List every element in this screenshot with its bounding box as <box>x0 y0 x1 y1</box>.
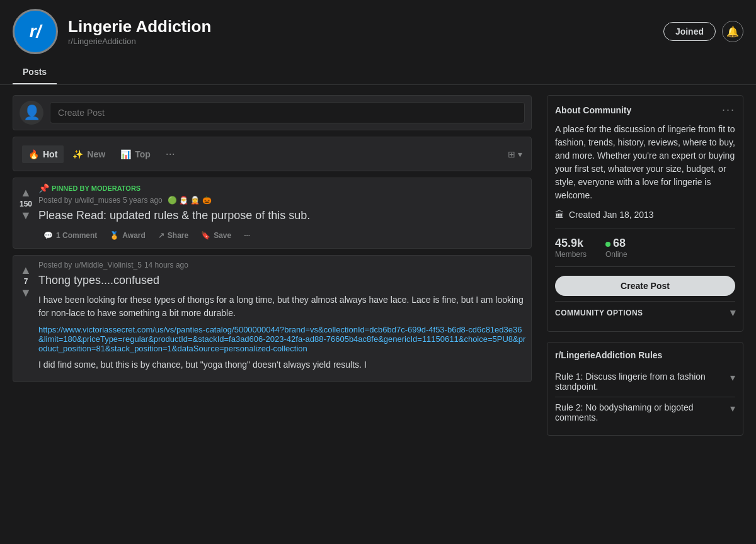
online-dot <box>605 242 610 247</box>
avatar: 👤 <box>20 101 43 125</box>
sort-top-button[interactable]: 📊 Top <box>114 145 157 163</box>
community-options-toggle[interactable]: COMMUNITY OPTIONS ▾ <box>555 301 735 324</box>
about-description: A place for the discussion of lingerie f… <box>555 123 735 202</box>
rule-item[interactable]: Rule 1: Discuss lingerie from a fashion … <box>555 366 735 397</box>
create-post-box: 👤 <box>13 95 532 130</box>
about-community-title: About Community <box>555 105 631 115</box>
sort-more-button[interactable]: ··· <box>159 144 181 164</box>
chevron-down-icon: ▾ <box>730 402 735 414</box>
subreddit-logo: r/ <box>13 9 58 54</box>
created-label: Created Jan 18, 2013 <box>569 210 654 220</box>
sort-new-button[interactable]: ✨ New <box>66 145 112 163</box>
post-card: ▲ 7 ▼ Posted by u/Middle_Violinist_5 14 … <box>13 255 532 382</box>
sort-hot-button[interactable]: 🔥 Hot <box>22 145 64 163</box>
tab-posts[interactable]: Posts <box>13 60 57 84</box>
sort-hot-label: Hot <box>43 149 57 159</box>
notification-bell-button[interactable]: 🔔 <box>722 21 743 42</box>
sort-view-button[interactable]: ⊞ ▾ <box>508 149 522 159</box>
post-actions: 💬 1 Comment 🏅 Award ↗ Share 🔖 Save <box>38 228 526 243</box>
rule-item[interactable]: Rule 2: No bodyshaming or bigoted commen… <box>555 397 735 428</box>
default-avatar-icon: 👤 <box>23 105 40 121</box>
post-content: Posted by u/Middle_Violinist_5 14 hours … <box>38 261 526 376</box>
subreddit-name: Lingerie Addiction <box>68 17 653 37</box>
comment-label: 1 Comment <box>56 231 97 240</box>
comment-icon: 💬 <box>43 231 53 240</box>
post-content: 📌 PINNED BY MODERATORS Posted by u/wild_… <box>38 183 526 243</box>
vote-column: ▲ 150 ▼ <box>13 183 38 243</box>
post-time: 14 hours ago <box>144 261 188 269</box>
save-label: Save <box>214 231 231 240</box>
post-body: I have been looking for these types of t… <box>38 293 526 320</box>
top-icon: 📊 <box>120 149 131 159</box>
post-title[interactable]: Please Read: updated rules & the purpose… <box>38 208 526 223</box>
chevron-down-icon: ▾ <box>730 307 736 319</box>
sidebar: About Community ··· A place for the disc… <box>547 95 743 436</box>
hot-icon: 🔥 <box>28 149 39 159</box>
sidebar-more-button[interactable]: ··· <box>722 103 735 116</box>
bell-icon: 🔔 <box>726 26 739 38</box>
create-post-input[interactable] <box>50 102 525 123</box>
post-author[interactable]: u/wild_muses <box>74 196 120 205</box>
award-button[interactable]: 🏅 Award <box>105 228 150 243</box>
online-count: 68 <box>605 237 627 250</box>
post-author[interactable]: u/Middle_Violinist_5 <box>74 261 142 269</box>
tab-bar: Posts <box>13 60 743 84</box>
award-label: Award <box>122 231 145 240</box>
post-link[interactable]: https://www.victoriassecret.com/us/vs/pa… <box>38 325 526 353</box>
created-row: 🏛 Created Jan 18, 2013 <box>555 210 735 220</box>
view-chevron-icon: ▾ <box>518 149 522 159</box>
subreddit-slug: r/LingerieAddiction <box>68 37 653 46</box>
members-label: Members <box>555 250 587 259</box>
posted-by-label: Posted by <box>38 261 72 269</box>
vote-count: 150 <box>20 200 32 208</box>
post-title[interactable]: Thong types....confused <box>38 273 526 288</box>
chevron-down-icon: ▾ <box>730 371 735 383</box>
sort-top-label: Top <box>135 149 151 159</box>
rules-title: r/LingerieAddiction Rules <box>555 350 735 360</box>
save-icon: 🔖 <box>201 231 210 240</box>
post-more-button[interactable]: ··· <box>239 228 255 243</box>
about-community-card: About Community ··· A place for the disc… <box>547 95 743 332</box>
feed: 👤 🔥 Hot ✨ New 📊 Top ··· ⊞ ▾ <box>13 95 532 436</box>
joined-button[interactable]: Joined <box>663 22 716 41</box>
vote-count: 7 <box>24 277 28 286</box>
pinned-label: PINNED BY MODERATORS <box>52 184 140 192</box>
logo-text: r/ <box>30 21 42 42</box>
upvote-button[interactable]: ▲ <box>20 264 32 276</box>
downvote-button[interactable]: ▼ <box>20 210 32 221</box>
post-card: ▲ 150 ▼ 📌 PINNED BY MODERATORS Posted by… <box>13 178 532 249</box>
online-stat: 68 Online <box>605 237 627 259</box>
pushpin-icon: 📌 <box>38 183 49 193</box>
pinned-tag: 📌 PINNED BY MODERATORS <box>38 183 526 193</box>
post-emojis: 🟢 🎅 🧝 🎃 <box>168 196 212 205</box>
share-icon: ↗ <box>158 231 164 240</box>
upvote-button[interactable]: ▲ <box>20 187 32 198</box>
post-meta: Posted by u/wild_muses 5 years ago 🟢 🎅 🧝… <box>38 196 526 205</box>
comment-button[interactable]: 💬 1 Comment <box>38 228 102 243</box>
vote-column: ▲ 7 ▼ <box>13 261 38 376</box>
posted-by-label: Posted by <box>38 196 72 205</box>
award-icon: 🏅 <box>110 231 119 240</box>
post-time: 5 years ago <box>123 196 163 205</box>
downvote-button[interactable]: ▼ <box>20 287 32 298</box>
online-label: Online <box>605 250 627 259</box>
header-actions: Joined 🔔 <box>663 21 743 42</box>
subreddit-info: Lingerie Addiction r/LingerieAddiction <box>68 17 653 46</box>
members-stat: 45.9k Members <box>555 237 587 259</box>
view-grid-icon: ⊞ <box>508 149 515 159</box>
cake-icon: 🏛 <box>555 210 564 220</box>
new-icon: ✨ <box>72 149 83 159</box>
sidebar-create-post-button[interactable]: Create Post <box>555 276 735 296</box>
share-label: Share <box>168 231 188 240</box>
sidebar-card-header: About Community ··· <box>555 103 735 116</box>
save-button[interactable]: 🔖 Save <box>196 228 236 243</box>
community-options-label: COMMUNITY OPTIONS <box>555 309 643 317</box>
rule-text: Rule 2: No bodyshaming or bigoted commen… <box>555 402 725 422</box>
sort-new-label: New <box>87 149 105 159</box>
members-count: 45.9k <box>555 237 587 250</box>
post-meta: Posted by u/Middle_Violinist_5 14 hours … <box>38 261 526 269</box>
stats-row: 45.9k Members 68 Online <box>555 229 735 267</box>
sort-bar: 🔥 Hot ✨ New 📊 Top ··· ⊞ ▾ <box>13 137 532 171</box>
rules-card: r/LingerieAddiction Rules Rule 1: Discus… <box>547 342 743 436</box>
share-button[interactable]: ↗ Share <box>153 228 193 243</box>
